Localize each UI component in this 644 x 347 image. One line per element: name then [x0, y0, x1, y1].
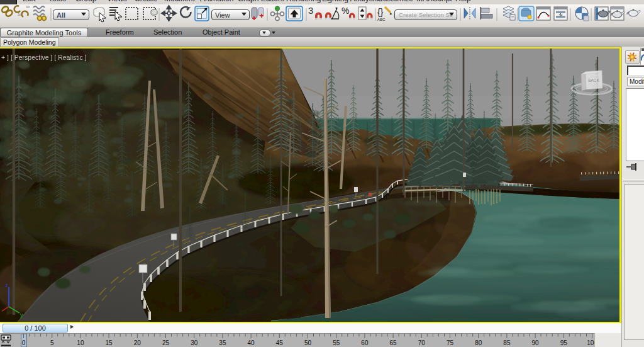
svg-text:20: 20	[134, 339, 142, 346]
svg-text:25: 25	[162, 339, 170, 346]
svg-text:BACK: BACK	[588, 78, 599, 82]
svg-text:90: 90	[532, 339, 540, 346]
svg-text:65: 65	[390, 339, 397, 346]
svg-text:40: 40	[248, 339, 255, 346]
svg-text:15: 15	[106, 339, 113, 346]
svg-text:%: %	[341, 6, 349, 16]
svg-text:No: No	[26, 5, 30, 9]
svg-text:70: 70	[418, 339, 426, 346]
svg-text:95: 95	[560, 339, 568, 346]
svg-text:{}: {}	[377, 7, 384, 17]
svg-text:45: 45	[276, 339, 284, 346]
svg-text:3: 3	[308, 5, 313, 16]
svg-text:50: 50	[304, 339, 312, 346]
svg-text:80: 80	[475, 339, 482, 346]
svg-text:55: 55	[333, 339, 340, 346]
svg-text:100: 100	[587, 339, 594, 346]
svg-text:3x: 3x	[18, 13, 21, 16]
svg-text:ABC: ABC	[377, 18, 386, 21]
svg-text:5: 5	[50, 339, 54, 346]
svg-text:75: 75	[447, 339, 454, 346]
svg-text:10: 10	[77, 339, 84, 346]
svg-text:z: z	[5, 282, 8, 288]
svg-text:30: 30	[191, 339, 198, 346]
svg-text:60: 60	[361, 339, 369, 346]
svg-text:85: 85	[503, 339, 511, 346]
svg-text:0: 0	[22, 339, 26, 346]
svg-text:y: y	[20, 312, 23, 318]
svg-text:35: 35	[219, 339, 226, 346]
